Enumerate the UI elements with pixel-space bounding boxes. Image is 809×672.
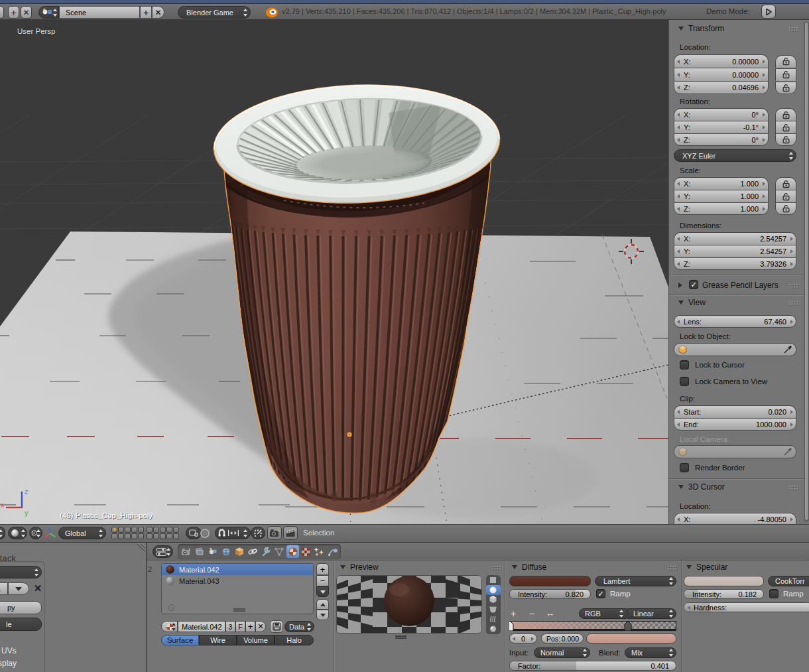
svg-text:y: y [25,509,29,517]
svg-text:z: z [25,488,29,496]
svg-text:x: x [1,501,5,509]
svg-text:User Persp: User Persp [17,27,56,35]
svg-text:(46) Plastic_Cup_High-poly: (46) Plastic_Cup_High-poly [60,511,153,519]
